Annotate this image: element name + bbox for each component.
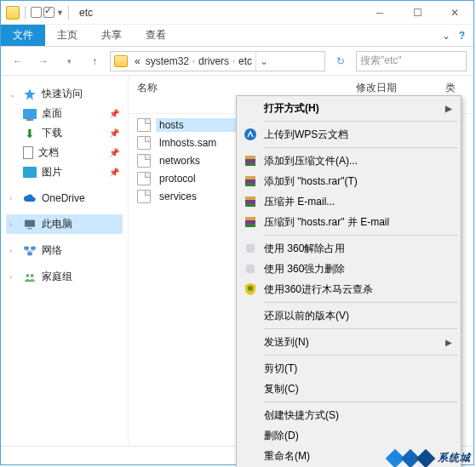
svg-rect-22 [246,265,255,273]
nav-homegroup[interactable]: ›家庭组 [6,267,123,287]
ribbon-expand-chevron[interactable]: ⌄ [442,30,450,42]
file-icon [137,154,151,168]
nav-label: 文档 [38,145,59,160]
qat-checkbox-2[interactable] [43,7,54,18]
360-icon [244,242,257,255]
ctx-rar-email[interactable]: 压缩并 E-mail... [238,191,459,212]
search-placeholder: 搜索"etc" [360,54,402,68]
360-icon [244,262,257,276]
breadcrumb[interactable]: « [133,55,142,67]
pin-icon: 📌 [109,148,119,157]
watermark-text: 系统城 [438,451,471,465]
rar-icon [244,154,257,168]
separator [25,6,26,20]
qat-checkbox-1[interactable] [31,7,42,18]
ctx-send-to[interactable]: 发送到(N)▶ [238,332,459,352]
nav-downloads[interactable]: ⬇下载📌 [6,123,123,143]
ctx-copy[interactable]: 复制(C) [238,379,459,399]
ctx-restore-previous[interactable]: 还原以前的版本(V) [238,305,459,326]
nav-quick-access[interactable]: ⌄ 快速访问 [6,84,123,104]
ctx-360-unlock[interactable]: 使用 360解除占用 [238,238,459,259]
submenu-arrow-icon: ▶ [445,338,452,347]
svg-rect-19 [245,217,255,220]
nav-recent-chevron[interactable]: ▾ [59,51,79,71]
homegroup-icon [23,271,37,284]
chevron-right-icon[interactable]: › [9,194,18,202]
svg-marker-0 [24,88,35,100]
separator [264,235,457,236]
nav-this-pc[interactable]: ›此电脑 [6,214,123,234]
breadcrumb[interactable]: drivers [197,55,231,67]
pin-icon: 📌 [109,168,119,177]
chevron-right-icon[interactable]: › [232,57,235,65]
search-input[interactable]: 搜索"etc" [356,51,467,71]
nav-onedrive[interactable]: ›OneDrive [6,189,123,208]
svg-rect-13 [245,176,255,179]
minimize-button[interactable]: ─ [361,1,399,25]
cloud-icon [23,191,37,205]
rar-icon [244,215,257,229]
nav-back-button[interactable]: ← [8,51,28,71]
tab-view[interactable]: 查看 [134,25,178,46]
address-dropdown[interactable]: ⌄ [255,52,271,71]
ctx-360-force-delete[interactable]: 使用 360强力删除 [238,259,459,279]
chevron-right-icon[interactable]: › [9,273,18,282]
ctx-360-trojan-scan[interactable]: 使用360进行木马云查杀 [238,279,459,299]
svg-point-6 [26,274,29,277]
refresh-button[interactable]: ↻ [330,51,351,71]
tab-home[interactable]: 主页 [45,25,89,46]
network-icon [23,244,37,258]
nav-desktop[interactable]: 桌面📌 [6,104,123,123]
ctx-rar-add-hosts[interactable]: 添加到 "hosts.rar"(T) [238,171,459,191]
svg-rect-3 [24,246,28,249]
chevron-down-icon[interactable]: ⌄ [9,90,18,99]
quick-access-toolbar: ▼ [1,6,72,20]
navigation-pane: ⌄ 快速访问 桌面📌 ⬇下载📌 文档📌 图片📌 ›OneDrive ›此电脑 ›… [1,76,129,446]
address-bar[interactable]: « system32 › drivers › etc ⌄ [110,51,325,71]
rar-icon [244,195,257,208]
svg-rect-11 [245,162,255,166]
file-tab[interactable]: 文件 [1,25,45,46]
ctx-cut[interactable]: 剪切(T) [238,358,459,379]
address-bar-row: ← → ▾ ↑ « system32 › drivers › etc ⌄ ↻ 搜… [1,47,473,76]
help-icon[interactable]: ? [459,30,465,42]
pc-icon [23,218,37,231]
nav-label: 家庭组 [42,270,72,284]
maximize-button[interactable]: ☐ [399,1,436,25]
file-icon [137,136,151,150]
svg-rect-21 [246,244,255,253]
chevron-right-icon[interactable]: › [9,247,18,255]
rar-icon [244,174,257,188]
ctx-create-shortcut[interactable]: 创建快捷方式(S) [238,405,459,425]
nav-up-button[interactable]: ↑ [84,51,105,71]
document-icon [23,146,33,159]
separator [264,302,457,303]
ctx-wps-upload[interactable]: 上传到WPS云文档 [238,124,459,145]
file-icon [137,118,151,132]
tab-share[interactable]: 共享 [89,25,134,46]
nav-forward-button[interactable]: → [33,51,54,71]
ctx-delete[interactable]: 删除(D) [238,425,459,446]
ctx-open-with[interactable]: 打开方式(H)▶ [238,98,459,118]
nav-label: 快速访问 [42,87,83,101]
svg-point-23 [248,286,253,291]
folder-icon [6,6,20,20]
breadcrumb[interactable]: etc [237,55,254,67]
nav-documents[interactable]: 文档📌 [6,143,123,162]
wps-icon [244,128,257,141]
ctx-rar-add[interactable]: 添加到压缩文件(A)... [238,151,459,171]
separator [264,147,457,148]
ribbon-tabs: 文件 主页 共享 查看 ⌄ ? [1,25,473,47]
svg-point-8 [244,128,256,140]
star-icon [23,88,37,101]
file-icon [137,172,151,185]
nav-pictures[interactable]: 图片📌 [6,162,123,182]
ctx-rar-email-hosts[interactable]: 压缩到 "hosts.rar" 并 E-mail [238,212,459,232]
close-button[interactable]: ✕ [436,1,473,25]
chevron-down-icon[interactable]: ▼ [56,9,63,17]
nav-network[interactable]: ›网络 [6,241,123,260]
submenu-arrow-icon: ▶ [445,104,452,113]
breadcrumb[interactable]: system32 [144,55,191,67]
chevron-right-icon[interactable]: › [192,57,195,65]
chevron-right-icon[interactable]: › [9,220,18,229]
